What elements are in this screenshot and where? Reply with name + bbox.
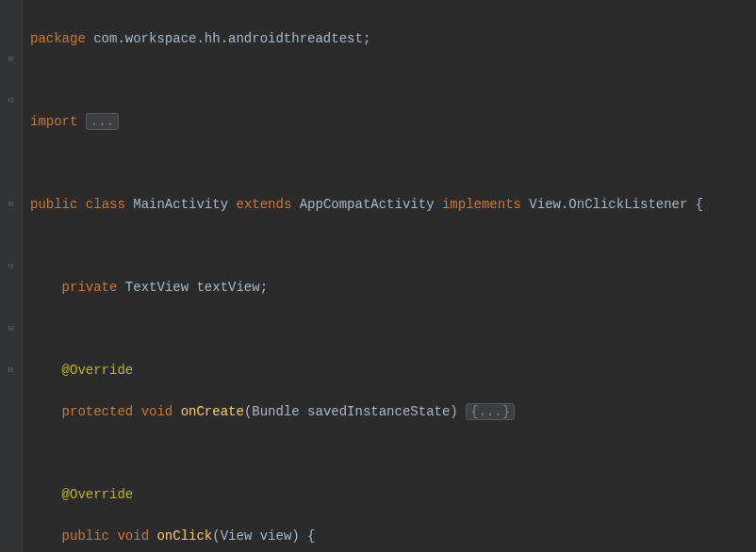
gutter-line [0,484,22,505]
keyword-import: import [30,114,77,129]
gutter-line [0,277,22,298]
code-line: public void onClick(View view) { [30,526,756,546]
class-name: MainActivity [133,197,228,212]
brace: { [300,528,316,544]
gutter-fold[interactable]: ⊟ [0,360,22,381]
code-line [30,235,756,256]
code-line [30,318,756,339]
editor-gutter: ⊞ ⊟ ⊞ ⊟ ⊟ ⊟ [0,0,23,552]
keyword-protected: protected [62,404,134,419]
param-type: View [221,528,253,544]
rparen: ) [291,528,299,544]
param-name: view [260,528,292,544]
method-oncreate: onCreate [181,404,244,419]
code-line: private TextView textView; [30,277,756,298]
gutter-line [0,401,22,422]
keyword-implements: implements [442,197,521,212]
annotation-override: @Override [62,363,134,378]
gutter-line [0,153,22,173]
semicolon: ; [260,280,268,295]
gutter-line [0,28,22,49]
gutter-line [0,443,22,463]
type-textview: TextView [125,280,189,295]
keyword-void: void [141,404,173,419]
gutter-line [0,422,22,443]
gutter-fold[interactable]: ⊟ [0,256,22,277]
keyword-void: void [117,528,149,544]
rparen: ) [450,404,457,419]
param-name: savedInstanceState [307,404,450,419]
method-onclick: onClick [156,528,212,544]
field-textview: textView [196,280,259,295]
gutter-line [0,132,22,153]
interface-name: View.OnClickListener [529,197,687,212]
keyword-public: public [30,197,77,212]
gutter-line [0,381,22,401]
gutter-fold[interactable]: ⊟ [0,90,22,111]
package-path: com.workspace.hh.androidthreadtest [86,31,363,46]
code-line [30,70,756,90]
code-line: public class MainActivity extends AppCom… [30,194,756,215]
code-line: @Override [30,484,756,505]
code-line: @Override [30,360,756,381]
lparen: ( [212,528,220,544]
keyword-public: public [62,528,109,544]
annotation-override: @Override [62,487,134,502]
semicolon: ; [363,31,370,46]
gutter-line [0,70,22,90]
gutter-line [0,526,22,546]
gutter-fold[interactable]: ⊞ [0,194,22,215]
folded-imports[interactable]: ... [86,113,119,130]
brace: { [687,197,703,212]
code-line [30,443,756,463]
gutter-line [0,215,22,235]
gutter-line [0,505,22,526]
gutter-line [0,463,22,484]
gutter-line [0,298,22,318]
folded-oncreate[interactable]: {...} [466,403,515,420]
keyword-extends: extends [236,197,291,212]
keyword-class: class [86,197,125,212]
gutter-fold[interactable]: ⊟ [0,318,22,339]
superclass-name: AppCompatActivity [300,197,435,212]
code-line: import ... [30,111,756,132]
gutter-line [0,173,22,194]
gutter-line [0,8,22,28]
param-type: Bundle [252,404,299,419]
code-line: package com.workspace.hh.androidthreadte… [30,28,756,49]
code-line: protected void onCreate(Bundle savedInst… [30,401,756,422]
keyword-package: package [30,31,86,46]
code-line [30,153,756,173]
gutter-fold[interactable]: ⊞ [0,49,22,70]
gutter-line [0,235,22,256]
keyword-private: private [62,280,118,295]
gutter-line [0,111,22,132]
gutter-line [0,339,22,360]
code-editor[interactable]: package com.workspace.hh.androidthreadte… [23,0,756,552]
